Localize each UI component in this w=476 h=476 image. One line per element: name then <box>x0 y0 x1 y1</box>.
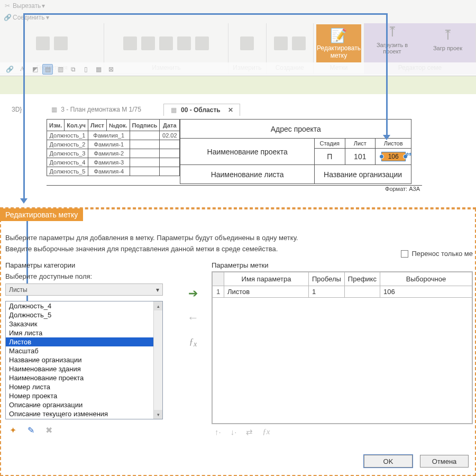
label-params-label: Параметры метки <box>212 261 473 269</box>
list-item[interactable]: Описание организации <box>6 400 162 409</box>
dialog-help1: Выберите параметры для добавления в метк… <box>5 234 473 242</box>
grid-col-rowno <box>213 272 224 286</box>
ok-button[interactable]: OK <box>364 455 413 468</box>
scrollbar[interactable]: ▴ ▾ <box>153 301 162 419</box>
edit-label-button[interactable]: 📝 Редактировать метку <box>316 24 361 62</box>
sheet-icon: ▦ <box>50 106 58 113</box>
scroll-down-icon[interactable]: ▾ <box>154 410 162 419</box>
cancel-button[interactable]: Отмена <box>420 455 469 468</box>
remove-param-button[interactable]: ← <box>187 312 199 324</box>
label-params-grid[interactable]: Имя параметра Пробелы Префикс Выборочное… <box>212 271 473 424</box>
split-icon[interactable]: ▯ <box>80 64 91 75</box>
available-fields-label: Выберите доступные поля: <box>5 272 175 280</box>
list-item[interactable]: Номер листа <box>6 382 162 391</box>
formula-button[interactable]: ƒx <box>189 336 197 349</box>
category-params-label: Параметры категории <box>5 261 175 269</box>
join-icon: 🔗 <box>3 13 12 22</box>
text-a-icon[interactable]: A <box>17 64 28 75</box>
quick-toolbar: 🔗 A ◩ ▤ ▥ ⧉ ▯ ▦ ⊠ <box>0 62 476 76</box>
edit-param-icon[interactable]: ✎ <box>25 425 36 435</box>
cube-icon[interactable]: ◩ <box>30 64 40 75</box>
cut-label[interactable]: Вырезать <box>13 2 41 10</box>
list-item[interactable]: Имя листа <box>6 328 162 337</box>
drag-grip-icon[interactable]: ⇔ <box>406 150 412 158</box>
grid-icon[interactable]: ▦ <box>93 64 104 75</box>
grid-col-spaces: Пробелы <box>309 272 345 286</box>
scroll-up-icon[interactable]: ▴ <box>154 301 162 310</box>
list-item[interactable]: Название организации <box>6 355 162 364</box>
list-item[interactable]: Заказчик <box>6 319 162 328</box>
fx-small-icon[interactable]: ƒx <box>262 427 270 437</box>
options-bar <box>0 76 476 94</box>
list-item[interactable]: Описание текущего изменения <box>6 409 162 418</box>
load-into-project-button[interactable]: ⤒ Загрузить в проект <box>370 16 415 62</box>
tab-region[interactable]: ▦ 00 - Область ✕ <box>163 104 240 116</box>
tab-plan[interactable]: ▦3 - План демонтажа М 1/75 <box>44 104 148 115</box>
dialog-title: Редактировать метку <box>0 208 83 221</box>
list-item[interactable]: Листов <box>6 337 162 346</box>
link-icon[interactable]: 🔗 <box>4 64 15 75</box>
view-tabs: 3D} ▦3 - План демонтажа М 1/75 ▦ 00 - Об… <box>0 102 476 117</box>
add-param-button[interactable]: ➔ <box>187 288 199 299</box>
split-param-icon[interactable]: ⇄ <box>246 427 253 437</box>
available-fields-list[interactable]: Должность_4Должность_5ЗаказчикИмя листаЛ… <box>5 301 163 419</box>
copy-icon[interactable]: ⧉ <box>68 64 78 75</box>
list-item[interactable]: Должность_4 <box>6 301 162 310</box>
checkbox-icon[interactable] <box>401 250 408 258</box>
close-panel-icon[interactable]: ⊠ <box>106 64 116 75</box>
title-block: Изм. Кол.уч Лист №док. Подпись Дата Долж… <box>47 119 422 192</box>
ribbon: ✂Вырезать ▾ 🔗Соединить ▾ Геометрия Измен… <box>0 0 476 62</box>
list-item[interactable]: Наименование проекта <box>6 373 162 382</box>
wrap-checkbox[interactable]: Перенос только ме <box>401 250 473 258</box>
edit-label-icon: 📝 <box>330 27 347 44</box>
delete-param-icon[interactable]: ✖ <box>43 425 54 435</box>
grid-col-sample: Выборочное <box>380 272 472 286</box>
join-label[interactable]: Соединить <box>13 14 45 21</box>
load-into-project2-button[interactable]: ⤒ Загр проек <box>425 16 470 62</box>
list-view-icon[interactable]: ▤ <box>42 64 53 75</box>
load-project2-icon: ⤒ <box>440 27 456 44</box>
stamp-right: Адрес проекта Наименование проекта Стади… <box>180 119 411 184</box>
category-select[interactable]: Листы ▾ <box>5 283 163 296</box>
move-up-icon[interactable]: ↑· <box>215 427 221 437</box>
grid-col-name: Имя параметра <box>224 272 309 286</box>
list-item[interactable]: Проверил <box>6 418 162 419</box>
list-item[interactable]: Наименование здания <box>6 364 162 373</box>
move-down-icon[interactable]: ↓· <box>231 427 237 437</box>
format-label: Формат: А3А <box>47 185 422 192</box>
close-tab-icon[interactable]: ✕ <box>228 106 233 114</box>
new-param-icon[interactable]: ✦ <box>7 425 18 435</box>
cut-icon: ✂ <box>3 2 12 10</box>
panel-icon[interactable]: ▥ <box>55 64 66 75</box>
edit-label-dialog: Редактировать метку Выберите параметры д… <box>0 207 476 476</box>
list-item[interactable]: Должность_5 <box>6 310 162 319</box>
grid-row[interactable]: 1 Листов 1 106 <box>213 286 472 298</box>
grid-col-prefix: Префикс <box>344 272 380 286</box>
revision-table: Изм. Кол.уч Лист №док. Подпись Дата Долж… <box>47 119 180 176</box>
list-item[interactable]: Номер проекта <box>6 391 162 400</box>
grid-toolbar: ↑· ↓· ⇄ ƒx <box>212 424 473 437</box>
sheets-total-field[interactable]: 106 <box>381 152 406 161</box>
chevron-down-icon: ▾ <box>156 286 159 294</box>
sheet2-icon: ▦ <box>170 106 178 114</box>
list-item[interactable]: Масштаб <box>6 346 162 355</box>
